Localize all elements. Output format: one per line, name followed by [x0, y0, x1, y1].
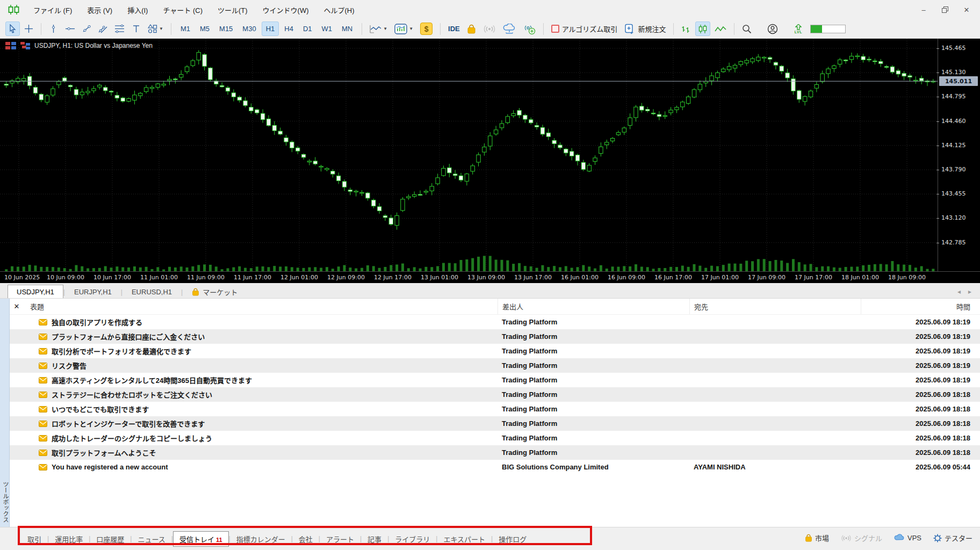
bottom-tab-7[interactable]: アラート	[320, 532, 360, 546]
candles-mode-button[interactable]	[695, 21, 710, 36]
bottom-tab-0[interactable]: 取引	[21, 532, 47, 546]
menu-item-1[interactable]: 表示 (V)	[80, 2, 120, 18]
menu-item-0[interactable]: ファイル (F)	[26, 2, 80, 18]
close-button[interactable]: ✕	[957, 3, 976, 17]
timeframe-button-m15[interactable]: M15	[215, 21, 237, 36]
inbox-message-row[interactable]: 取引分析でポートフォリオを最適化できますTrading Platform2025…	[10, 344, 980, 358]
vertical-line-tool-button[interactable]	[46, 21, 61, 36]
channel-tool-button[interactable]	[96, 21, 110, 36]
column-header-time[interactable]: 時間	[861, 299, 980, 314]
time-axis-label: 11 Jun 09:00	[187, 274, 225, 281]
bottom-tab-3[interactable]: ニュース	[132, 532, 171, 546]
menu-item-5[interactable]: ウインドウ(W)	[255, 2, 316, 18]
tab-scroll-left-icon[interactable]: ◂	[957, 288, 961, 295]
inbox-message-row[interactable]: リスク警告Trading Platform2025.06.09 18:19	[10, 358, 980, 373]
inbox-message-row[interactable]: 成功したトレーダーのシグナルをコピーしましょうTrading Platform2…	[10, 431, 980, 445]
window-controls: – ✕	[914, 3, 976, 17]
timeframe-button-m1[interactable]: M1	[176, 21, 194, 36]
bottom-tab-2[interactable]: 口座履歴	[90, 532, 130, 546]
time-axis-label: 11 Jun 17:00	[234, 274, 271, 281]
cloud-network-icon	[503, 24, 516, 34]
bottom-tab-8[interactable]: 記事	[362, 532, 387, 546]
minimize-button[interactable]: –	[914, 3, 933, 17]
indicators-button[interactable]: ▼	[392, 21, 416, 36]
inbox-message-row[interactable]: 独自の取引アプリを作成するTrading Platform2025.06.09 …	[10, 315, 980, 329]
new-order-button[interactable]: 新規注文	[622, 21, 668, 36]
bottom-tab-11[interactable]: 操作ログ	[493, 532, 532, 546]
inbox-message-row[interactable]: プラットフォームから直接口座にご入金くださいTrading Platform20…	[10, 329, 980, 344]
algo-trading-button[interactable]: アルゴリズム取引	[549, 21, 621, 36]
timeframe-button-d1[interactable]: D1	[299, 21, 316, 36]
signal-waves-icon	[483, 25, 496, 33]
line-mode-button[interactable]	[712, 21, 729, 36]
ide-button[interactable]: IDE	[445, 21, 463, 36]
price-axis[interactable]: 145.465145.130144.795144.460144.125143.7…	[938, 39, 980, 271]
bottom-tab-10[interactable]: エキスパート	[437, 532, 491, 546]
tab-scroll-right-icon[interactable]: ▸	[968, 288, 971, 295]
timeframe-button-h4[interactable]: H4	[280, 21, 298, 36]
account-button[interactable]	[765, 21, 781, 36]
time-axis-label: 12 Jun 01:00	[280, 274, 318, 281]
chart-tab-2[interactable]: EURUSD,H1	[122, 285, 181, 298]
toolbar-separator	[734, 23, 734, 35]
market-store-button[interactable]	[464, 21, 479, 36]
bottom-tab-4[interactable]: 受信トレイ11	[173, 531, 229, 547]
bottom-tab-5[interactable]: 指標カレンダー	[230, 532, 291, 546]
text-tool-button[interactable]	[129, 21, 143, 36]
chart-tab-3[interactable]: マーケット	[183, 285, 247, 298]
chart-tab-0[interactable]: USDJPY,H1	[8, 285, 63, 298]
bottom-tab-9[interactable]: ライブラリ	[389, 532, 436, 546]
depth-of-market-icon[interactable]	[20, 42, 30, 49]
inbox-message-row[interactable]: ストラテジーに合わせたロボットをご注文くださいTrading Platform2…	[10, 387, 980, 402]
timeframe-button-w1[interactable]: W1	[318, 21, 337, 36]
menu-item-6[interactable]: ヘルプ(H)	[316, 2, 362, 18]
chart-tab-1[interactable]: EURJPY,H1	[65, 285, 121, 298]
status-item-bag[interactable]: 市場	[805, 533, 829, 543]
inbox-message-row[interactable]: 高速ホスティングをレンタルして24時間365日自動売買できますTrading P…	[10, 373, 980, 387]
add-signal-button[interactable]	[520, 21, 538, 36]
cursor-tool-button[interactable]	[5, 21, 20, 36]
vps-button[interactable]	[500, 21, 518, 36]
status-item-signal[interactable]: シグナル	[841, 533, 882, 543]
deposit-button[interactable]: $	[417, 21, 435, 36]
crosshair-tool-button[interactable]	[21, 21, 36, 36]
bottom-tab-6[interactable]: 会社	[293, 532, 319, 546]
bag-icon	[805, 534, 812, 542]
account-level-button[interactable]: LVL	[791, 21, 805, 36]
message-subject: 成功したトレーダーのシグナルをコピーしましょう	[52, 433, 212, 443]
menu-item-4[interactable]: ツール(T)	[210, 2, 255, 18]
horizontal-line-tool-button[interactable]	[62, 21, 78, 36]
trendline-tool-button[interactable]	[80, 21, 94, 36]
signals-button[interactable]	[480, 21, 499, 36]
toolbox-close-button[interactable]: ✕	[10, 302, 24, 310]
inbox-message-row[interactable]: 取引プラットフォームへようこそTrading Platform2025.06.0…	[10, 445, 980, 460]
envelope-icon	[39, 450, 47, 456]
column-header-subject[interactable]: 表題	[24, 301, 498, 312]
timeframe-button-h1[interactable]: H1	[262, 21, 279, 36]
restore-button[interactable]	[936, 3, 954, 17]
menu-item-2[interactable]: 挿入(I)	[120, 2, 155, 18]
menu-item-3[interactable]: チャート (C)	[155, 2, 210, 18]
time-axis[interactable]: 10 Jun 202510 Jun 09:0010 Jun 17:0011 Ju…	[0, 271, 980, 283]
fibo-tool-button[interactable]	[112, 21, 127, 36]
column-header-to[interactable]: 宛先	[689, 299, 861, 314]
status-item-cloud[interactable]: VPS	[894, 534, 921, 542]
shapes-tool-button[interactable]: ▼	[145, 21, 166, 36]
candlestick-chart[interactable]	[0, 39, 938, 271]
inbox-message-row[interactable]: いつでもどこでも取引できますTrading Platform2025.06.09…	[10, 402, 980, 416]
quick-trade-panel-icon[interactable]	[5, 42, 16, 49]
algo-trading-icon	[551, 25, 559, 33]
column-header-from[interactable]: 差出人	[498, 299, 689, 314]
status-item-tester[interactable]: テスター	[933, 533, 972, 543]
search-button[interactable]	[739, 21, 754, 36]
toolbox-vertical-tab[interactable]: ツールボックス	[1, 481, 10, 523]
inbox-message-row[interactable]: ロボットとインジケーターで取引を改善できますTrading Platform20…	[10, 416, 980, 431]
timeframe-button-mn[interactable]: MN	[337, 21, 357, 36]
line-chart-mode-button[interactable]: ▼	[367, 21, 390, 36]
timeframe-button-m5[interactable]: M5	[196, 21, 214, 36]
toolbox-side-strip[interactable]: ツールボックス	[0, 299, 10, 527]
bars-mode-button[interactable]	[679, 21, 694, 36]
timeframe-button-m30[interactable]: M30	[238, 21, 260, 36]
bottom-tab-1[interactable]: 運用比率	[49, 532, 89, 546]
inbox-message-row[interactable]: You have registered a new accountBIG Sol…	[10, 460, 980, 474]
